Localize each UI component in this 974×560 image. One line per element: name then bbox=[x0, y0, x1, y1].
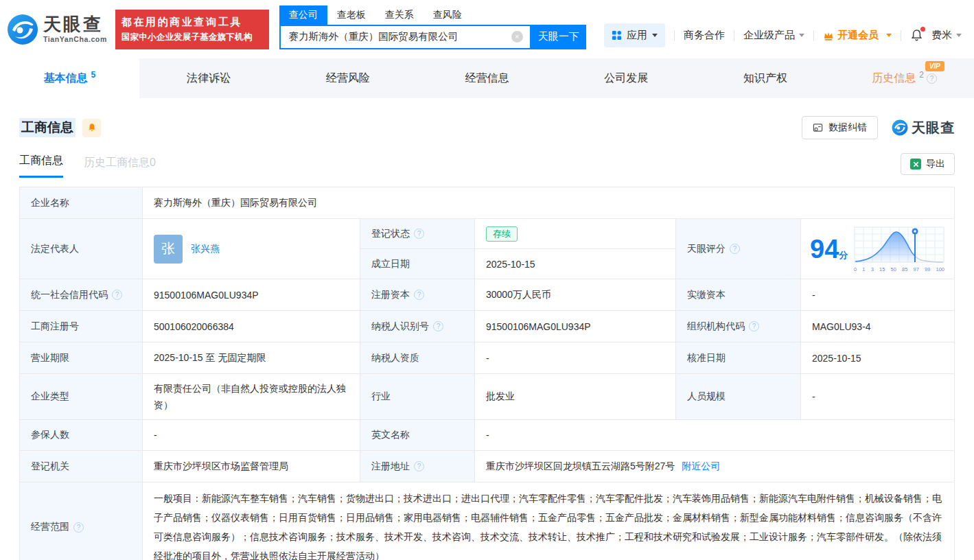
search-tab-risk[interactable]: 查风险 bbox=[424, 5, 472, 25]
established-value: 2025-10-15 bbox=[475, 249, 676, 279]
tab-label: 经营风险 bbox=[326, 71, 370, 86]
tab-intellectual-property[interactable]: 知识产权 bbox=[696, 58, 835, 98]
monitor-bell-button[interactable] bbox=[82, 119, 101, 137]
score-cell: 94分 bbox=[801, 219, 954, 279]
chevron-down-icon bbox=[799, 34, 804, 37]
nav-user-menu[interactable]: 费米 bbox=[931, 29, 962, 42]
field-label: 登记机关 bbox=[20, 451, 143, 482]
notifications-bell[interactable] bbox=[910, 29, 923, 42]
data-correction-button[interactable]: 数据纠错 bbox=[802, 116, 878, 139]
help-icon[interactable]: ? bbox=[730, 244, 740, 254]
company-name-value: 赛力斯海外（重庆）国际贸易有限公司 bbox=[143, 187, 954, 218]
help-icon[interactable]: ? bbox=[749, 321, 759, 331]
score-label: 天眼评分 bbox=[687, 243, 726, 255]
tab-history-info[interactable]: VIP 历史信息 2 ? bbox=[835, 58, 974, 98]
search-tab-company[interactable]: 查公司 bbox=[279, 5, 327, 25]
search-button[interactable]: 天眼一下 bbox=[531, 25, 586, 49]
legal-rep-link[interactable]: 张兴燕 bbox=[191, 243, 220, 255]
tab-label: 公司发展 bbox=[604, 71, 648, 86]
taxpayer-id-value: 91500106MAG0LU934P bbox=[475, 311, 676, 342]
reg-number-value: 500106020066384 bbox=[143, 311, 360, 342]
header: 天眼查 TianYanCha.com 都在用的商业查询工具 国家中小企业发展子基… bbox=[0, 0, 974, 58]
search-block: 查公司 查老板 查关系 查风险 × 天眼一下 bbox=[279, 5, 586, 49]
score-unit: 分 bbox=[839, 250, 848, 260]
nearby-companies-link[interactable]: 附近公司 bbox=[682, 460, 720, 473]
term-value: 2025-10-15 至 无固定期限 bbox=[143, 342, 360, 373]
tianyancha-logo[interactable]: 天眼查 TianYanCha.com bbox=[7, 14, 107, 45]
field-label: 核准日期 bbox=[676, 342, 801, 373]
help-icon[interactable]: ? bbox=[433, 321, 443, 331]
help-icon[interactable]: ? bbox=[414, 461, 424, 471]
field-label: 注册资本 ? bbox=[360, 279, 475, 310]
apps-menu[interactable]: 应用 bbox=[604, 23, 665, 47]
field-label: 纳税人识别号 ? bbox=[360, 311, 475, 342]
tianyancha-logo-icon bbox=[7, 14, 38, 45]
banner-line2: 国家中小企业发展子基金旗下机构 bbox=[121, 32, 263, 43]
divider bbox=[674, 30, 675, 41]
org-code-value: MAG0LU93-4 bbox=[801, 311, 954, 342]
enterprise-label: 企业级产品 bbox=[743, 29, 795, 42]
tab-count: 5 bbox=[91, 70, 96, 80]
field-label: 参保人数 bbox=[20, 420, 143, 450]
field-label: 人员规模 bbox=[676, 374, 801, 419]
tab-operating-info[interactable]: 经营信息 bbox=[417, 58, 557, 98]
divider bbox=[813, 30, 814, 41]
reg-capital-label: 注册资本 bbox=[371, 289, 410, 301]
field-label: 法定代表人 bbox=[20, 219, 143, 279]
nav-enterprise-products[interactable]: 企业级产品 bbox=[743, 29, 804, 42]
export-button[interactable]: 导出 bbox=[901, 153, 955, 175]
table-row: 经营范围 ? 一般项目：新能源汽车整车销售；汽车销售；货物进出口；技术进出口；进… bbox=[20, 482, 954, 560]
table-row: 营业期限 2025-10-15 至 无固定期限 纳税人资质 - 核准日期 202… bbox=[20, 342, 954, 374]
apps-grid-icon bbox=[612, 30, 622, 40]
tick: 3 bbox=[871, 266, 874, 272]
nav-open-vip[interactable]: 开通会员 bbox=[823, 29, 892, 42]
page-tabs: 基本信息 5 法律诉讼 经营风险 经营信息 公司发展 知识产权 VIP 历史信息… bbox=[0, 58, 974, 98]
score-value: 94 bbox=[810, 235, 839, 264]
tab-label: 历史信息 bbox=[872, 71, 916, 86]
main-content: 工商信息 数据纠错 bbox=[0, 116, 974, 560]
data-correction-label: 数据纠错 bbox=[828, 121, 867, 134]
field-label: 成立日期 bbox=[360, 249, 475, 279]
tab-operating-risk[interactable]: 经营风险 bbox=[278, 58, 417, 98]
business-info-table: 企业名称 赛力斯海外（重庆）国际贸易有限公司 法定代表人 张 张兴燕 登记状态 … bbox=[19, 187, 955, 560]
address-cell: 重庆市沙坪坝区回龙坝镇五云湖路5号附27号 附近公司 bbox=[475, 451, 954, 482]
search-tab-relation[interactable]: 查关系 bbox=[375, 5, 424, 25]
help-icon[interactable]: ? bbox=[414, 290, 424, 300]
help-icon[interactable]: ? bbox=[414, 229, 424, 239]
tick: 85 bbox=[902, 266, 907, 272]
help-icon[interactable]: ? bbox=[927, 73, 937, 84]
clear-search-icon[interactable]: × bbox=[511, 31, 523, 43]
table-row: 法定代表人 张 张兴燕 登记状态 ? 存续 成立日期 2025-10-1 bbox=[20, 219, 954, 279]
tick: 97 bbox=[913, 266, 918, 272]
tab-label: 知识产权 bbox=[743, 71, 787, 86]
field-label: 天眼评分 ? bbox=[676, 219, 801, 279]
reg-capital-value: 30000万人民币 bbox=[475, 279, 676, 310]
help-icon[interactable]: ? bbox=[112, 290, 122, 300]
tab-company-development[interactable]: 公司发展 bbox=[557, 58, 696, 98]
nav-cooperation[interactable]: 商务合作 bbox=[684, 29, 725, 42]
username: 费米 bbox=[931, 29, 952, 42]
tick: 1 bbox=[862, 266, 865, 272]
apps-label: 应用 bbox=[627, 29, 647, 42]
divider bbox=[734, 30, 734, 41]
help-icon[interactable]: ? bbox=[73, 522, 84, 533]
subtab-history-business-info[interactable]: 历史工商信息0 bbox=[84, 156, 156, 178]
tab-label: 法律诉讼 bbox=[187, 71, 231, 86]
search-input[interactable] bbox=[288, 31, 511, 43]
approval-date-value: 2025-10-15 bbox=[801, 342, 954, 373]
tab-count: 2 bbox=[919, 70, 924, 80]
legal-rep-avatar[interactable]: 张 bbox=[154, 235, 183, 264]
table-row: 登记机关 重庆市沙坪坝区市场监督管理局 注册地址 ? 重庆市沙坪坝区回龙坝镇五云… bbox=[20, 451, 954, 482]
field-label: 登记状态 ? bbox=[360, 219, 475, 248]
table-row: 企业类型 有限责任公司（非自然人投资或控股的法人独资） 行业 批发业 人员规模 … bbox=[20, 374, 954, 420]
field-label: 注册地址 ? bbox=[360, 451, 475, 482]
tab-basic-info[interactable]: 基本信息 5 bbox=[0, 58, 139, 98]
field-label: 企业名称 bbox=[20, 187, 143, 218]
search-tab-boss[interactable]: 查老板 bbox=[327, 5, 375, 25]
tab-legal-proceedings[interactable]: 法律诉讼 bbox=[139, 58, 279, 98]
table-row: 统一社会信用代码 ? 91500106MAG0LU934P 注册资本 ? 300… bbox=[20, 279, 954, 311]
logo-title: 天眼查 bbox=[43, 15, 107, 33]
subtab-business-info[interactable]: 工商信息 bbox=[19, 154, 63, 178]
table-row: 工商注册号 500106020066384 纳税人识别号 ? 91500106M… bbox=[20, 311, 954, 342]
company-type-value: 有限责任公司（非自然人投资或控股的法人独资） bbox=[143, 374, 360, 419]
